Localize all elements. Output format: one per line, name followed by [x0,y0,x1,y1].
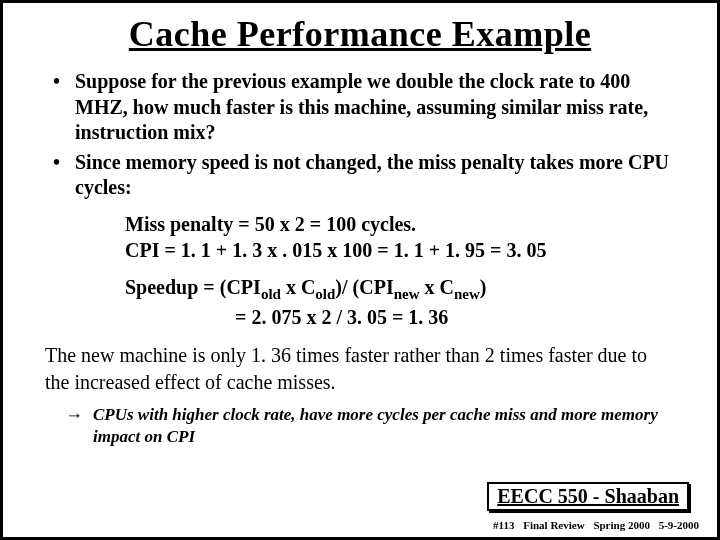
bullet-list: Suppose for the previous example we doub… [53,69,685,201]
slide: Cache Performance Example Suppose for th… [0,0,720,540]
footer-section: Final Review [523,519,584,531]
equation-line: Miss penalty = 50 x 2 = 100 cycles. [125,211,685,237]
speedup-text: )/ (CPI [335,276,393,298]
speedup-line1: Speedup = (CPIold x Cold)/ (CPInew x Cne… [125,274,685,305]
bullet-item: Suppose for the previous example we doub… [53,69,685,146]
equation-block: Miss penalty = 50 x 2 = 100 cycles. CPI … [125,211,685,264]
subscript-old: old [315,286,335,302]
speedup-text: ) [480,276,487,298]
bullet-item: Since memory speed is not changed, the m… [53,150,685,201]
speedup-line2: = 2. 075 x 2 / 3. 05 = 1. 36 [125,304,685,332]
subscript-new: new [394,286,420,302]
course-footer-box: EECC 550 - Shaaban [487,482,689,511]
subscript-old: old [261,286,281,302]
speedup-text: x C [420,276,454,298]
arrow-right-icon: → [65,404,83,427]
slide-title: Cache Performance Example [35,13,685,55]
subscript-new: new [454,286,480,302]
conclusion-text: The new machine is only 1. 36 times fast… [45,342,675,396]
speedup-text: x C [281,276,315,298]
note-text: CPUs with higher clock rate, have more c… [93,405,658,446]
footer-meta: #113 Final Review Spring 2000 5-9-2000 [487,519,699,531]
speedup-block: Speedup = (CPIold x Cold)/ (CPInew x Cne… [125,274,685,332]
speedup-label: Speedup = (CPI [125,276,261,298]
note-row: → CPUs with higher clock rate, have more… [65,404,685,448]
slide-number: #113 [493,519,514,531]
footer-term: Spring 2000 [593,519,650,531]
footer-date: 5-9-2000 [659,519,699,531]
equation-line: CPI = 1. 1 + 1. 3 x . 015 x 100 = 1. 1 +… [125,237,685,263]
